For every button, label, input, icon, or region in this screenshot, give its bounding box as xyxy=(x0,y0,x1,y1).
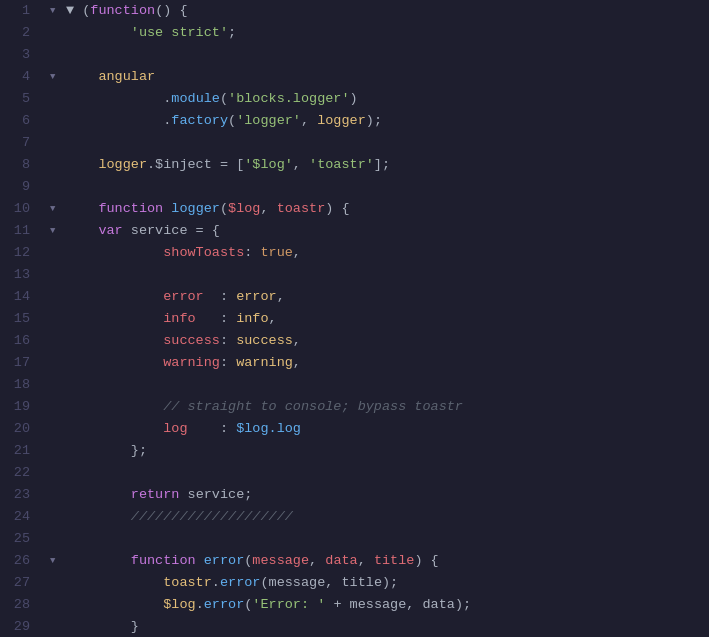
token-punc: ▼ xyxy=(66,0,82,22)
indent xyxy=(66,330,163,352)
token-str: 'toastr' xyxy=(309,154,374,176)
token-punc: , xyxy=(277,286,285,308)
token-punc: }; xyxy=(131,440,147,462)
line-number: 11 xyxy=(8,220,30,242)
line-number: 1 xyxy=(8,0,30,22)
token-log-val: $log.log xyxy=(236,418,301,440)
token-punc: , xyxy=(301,110,317,132)
line-number: 5 xyxy=(8,88,30,110)
code-editor: 1234567891011121314151617181920212223242… xyxy=(0,0,709,637)
token-punc: . xyxy=(196,594,204,616)
token-plain: message, title xyxy=(269,572,382,594)
fold-arrow[interactable]: ▼ xyxy=(50,66,64,88)
token-prop: warning xyxy=(163,352,220,374)
fold-arrow[interactable]: ▼ xyxy=(50,198,64,220)
token-punc: ( xyxy=(244,594,252,616)
line-number: 15 xyxy=(8,308,30,330)
token-comment: // straight to console; bypass toastr xyxy=(163,396,463,418)
line-numbers: 1234567891011121314151617181920212223242… xyxy=(0,0,42,637)
line-number: 28 xyxy=(8,594,30,616)
code-line: ▼ function logger($log, toastr) { xyxy=(50,198,701,220)
token-punc: . xyxy=(163,88,171,110)
token-kw: function xyxy=(98,198,171,220)
token-kw: return xyxy=(131,484,188,506)
code-line: toastr.error(message, title); xyxy=(50,572,701,594)
token-obj: warning xyxy=(236,352,293,374)
indent xyxy=(66,286,163,308)
indent xyxy=(66,418,163,440)
code-line: }; xyxy=(50,440,701,462)
code-line xyxy=(50,462,701,484)
token-punc: : xyxy=(244,242,260,264)
token-fn: logger xyxy=(171,198,220,220)
indent xyxy=(66,550,131,572)
token-punc: , xyxy=(293,242,301,264)
token-punc: + message, data xyxy=(325,594,455,616)
fold-arrow[interactable]: ▼ xyxy=(50,550,64,572)
indent xyxy=(66,66,98,88)
code-line: // straight to console; bypass toastr xyxy=(50,396,701,418)
line-number: 13 xyxy=(8,264,30,286)
token-punc: ( xyxy=(82,0,90,22)
code-line: info : info, xyxy=(50,308,701,330)
token-punc: , xyxy=(358,550,374,572)
code-content[interactable]: ▼ ▼ (function() { 'use strict'; ▼ angula… xyxy=(42,0,709,637)
token-kw: function xyxy=(90,0,155,22)
token-method: module xyxy=(171,88,220,110)
indent xyxy=(66,242,163,264)
token-param: data xyxy=(325,550,357,572)
indent xyxy=(66,484,131,506)
line-number: 17 xyxy=(8,352,30,374)
token-obj: success xyxy=(236,330,293,352)
token-punc: ( xyxy=(244,550,252,572)
token-fn: error xyxy=(204,550,245,572)
code-line: .factory('logger', logger); xyxy=(50,110,701,132)
token-punc: : xyxy=(220,352,236,374)
line-number: 18 xyxy=(8,374,30,396)
line-number: 20 xyxy=(8,418,30,440)
token-punc: ( xyxy=(260,572,268,594)
line-number: 12 xyxy=(8,242,30,264)
indent xyxy=(66,308,163,330)
line-number: 10 xyxy=(8,198,30,220)
line-number: 26 xyxy=(8,550,30,572)
token-obj: toastr xyxy=(163,572,212,594)
code-line: return service; xyxy=(50,484,701,506)
token-punc: . xyxy=(212,572,220,594)
line-number: 2 xyxy=(8,22,30,44)
code-line xyxy=(50,374,701,396)
token-punc: , xyxy=(293,330,301,352)
token-punc: , xyxy=(293,352,301,374)
line-number: 4 xyxy=(8,66,30,88)
token-punc: : xyxy=(220,308,236,330)
token-prop: success xyxy=(163,330,220,352)
token-punc: ); xyxy=(455,594,471,616)
indent xyxy=(66,572,163,594)
token-punc: : xyxy=(220,418,236,440)
token-punc: : xyxy=(220,286,236,308)
token-punc: : xyxy=(220,330,236,352)
token-plain: service = { xyxy=(131,220,220,242)
line-number: 3 xyxy=(8,44,30,66)
token-method: factory xyxy=(171,110,228,132)
code-line: ▼ function error(message, data, title) { xyxy=(50,550,701,572)
indent xyxy=(66,440,131,462)
token-punc: , xyxy=(293,154,309,176)
line-number: 16 xyxy=(8,330,30,352)
code-line xyxy=(50,176,701,198)
token-punc: .$inject = [ xyxy=(147,154,244,176)
token-str: 'use strict' xyxy=(131,22,228,44)
token-prop: error xyxy=(163,286,220,308)
code-line: logger.$inject = ['$log', 'toastr']; xyxy=(50,154,701,176)
code-line: .module('blocks.logger') xyxy=(50,88,701,110)
fold-arrow[interactable]: ▼ xyxy=(50,0,64,22)
token-punc: . xyxy=(163,110,171,132)
token-str: 'blocks.logger' xyxy=(228,88,350,110)
line-number: 14 xyxy=(8,286,30,308)
token-obj: logger xyxy=(98,154,147,176)
indent xyxy=(66,198,98,220)
token-punc: ( xyxy=(228,110,236,132)
token-punc: ; xyxy=(228,22,236,44)
line-number: 27 xyxy=(8,572,30,594)
fold-arrow[interactable]: ▼ xyxy=(50,220,64,242)
